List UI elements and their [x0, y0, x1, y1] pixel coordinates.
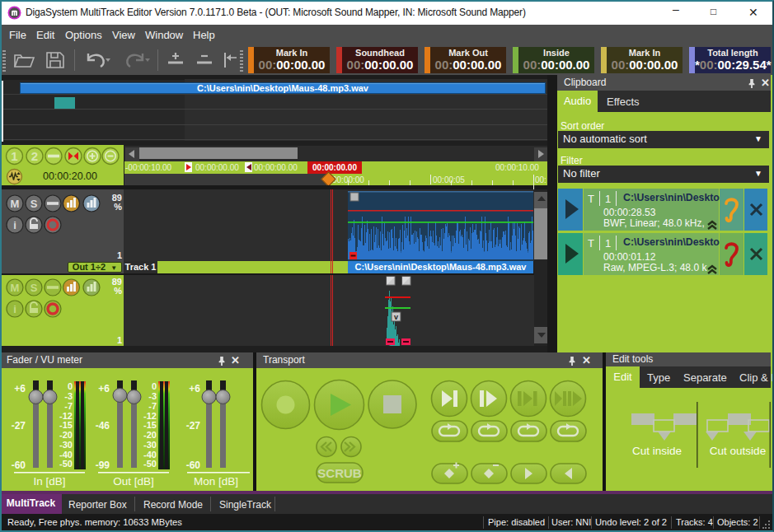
svg-text:+6: +6: [189, 383, 200, 394]
svg-text:+6: +6: [98, 383, 110, 394]
svg-text:%: %: [114, 286, 122, 296]
svg-text:-50: -50: [59, 459, 73, 469]
svg-text:-7: -7: [148, 401, 157, 411]
svg-text:-7: -7: [64, 401, 73, 411]
svg-text:1: 1: [117, 250, 122, 260]
svg-text:M: M: [11, 198, 20, 210]
svg-text:0: 0: [68, 381, 73, 391]
svg-text:-15: -15: [59, 420, 73, 430]
svg-text:In [dB]: In [dB]: [33, 475, 65, 488]
svg-text:Cut outside: Cut outside: [710, 445, 766, 457]
svg-text:1: 1: [11, 149, 17, 163]
svg-text:+6: +6: [14, 383, 26, 394]
svg-text:1: 1: [117, 335, 122, 345]
svg-text:-30: -30: [59, 440, 73, 450]
svg-text:-3: -3: [148, 391, 157, 401]
svg-text:Out [dB]: Out [dB]: [113, 475, 154, 488]
svg-text:-3: -3: [64, 391, 73, 401]
svg-text:-60: -60: [186, 460, 201, 471]
svg-text:i: i: [13, 303, 16, 315]
svg-text:v: v: [394, 313, 398, 321]
svg-text:-27: -27: [186, 420, 201, 432]
svg-text:Cut inside: Cut inside: [632, 445, 682, 457]
svg-text:00:00:20.00: 00:00:20.00: [43, 170, 97, 182]
svg-text:%: %: [114, 202, 122, 212]
svg-text:2: 2: [31, 149, 38, 163]
svg-text:-20: -20: [59, 430, 73, 440]
svg-text:-15: -15: [143, 420, 157, 430]
svg-text:i: i: [13, 219, 16, 231]
svg-text:-60: -60: [12, 460, 26, 471]
svg-text:-99: -99: [96, 460, 110, 471]
svg-text:M: M: [11, 282, 20, 294]
svg-text:-27: -27: [12, 420, 26, 432]
svg-text:S: S: [30, 198, 38, 210]
svg-text:Mon [dB]: Mon [dB]: [194, 475, 238, 488]
svg-text:SCRUB: SCRUB: [317, 466, 362, 480]
svg-text:-50: -50: [143, 459, 157, 469]
svg-text:-46: -46: [96, 420, 110, 432]
svg-text:-20: -20: [143, 430, 157, 440]
svg-text:0: 0: [152, 381, 157, 391]
svg-text:-30: -30: [143, 440, 157, 450]
svg-text:S: S: [30, 282, 38, 294]
